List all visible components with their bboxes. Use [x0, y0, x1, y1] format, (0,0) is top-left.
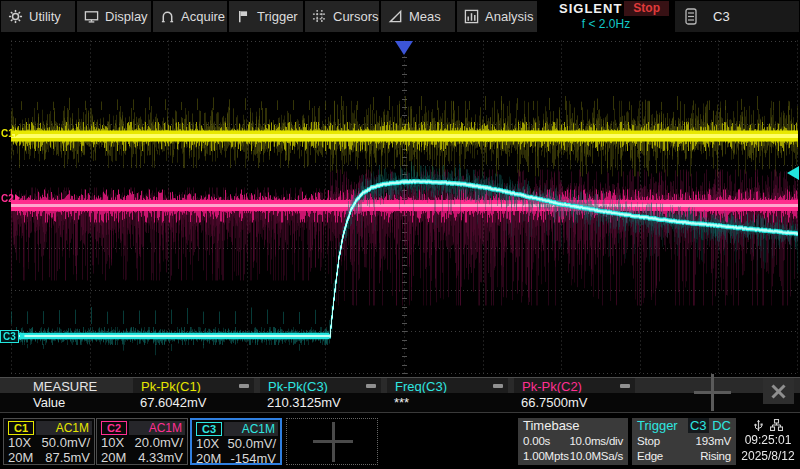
add-measure-button[interactable]	[694, 374, 731, 411]
menu-bar: Utility Display Acquire Trigger Cursors …	[0, 0, 800, 33]
menu-meas[interactable]: Meas	[381, 1, 455, 32]
chart-icon	[464, 9, 479, 24]
active-channel-label: C3	[713, 9, 730, 24]
measure-remove-3[interactable]	[493, 384, 503, 388]
gear-icon	[8, 9, 23, 24]
channel-marker-c3[interactable]: C3	[0, 330, 25, 342]
menu-display[interactable]: Display	[77, 1, 151, 32]
ruler-triangle-icon	[388, 9, 403, 24]
status-box: SIGLENT Stop f < 2.0Hz	[539, 0, 673, 33]
menu-meas-label: Meas	[409, 9, 441, 24]
close-measure-button[interactable]	[763, 378, 794, 404]
trigger-box[interactable]: TriggerC3 DC Stop193mV EdgeRising	[632, 418, 736, 465]
channel-info-c3[interactable]: C3AC1M 10X50.0mV/ 20M-154mV	[190, 418, 282, 465]
trigger-frequency: f < 2.0Hz	[539, 17, 673, 32]
measure-slot-3[interactable]: Freq(C3)	[387, 378, 508, 394]
menu-analysis-label: Analysis	[485, 9, 533, 24]
measure-remove-2[interactable]	[366, 384, 376, 388]
menu-cursors-label: Cursors	[333, 9, 379, 24]
add-channel-button[interactable]	[286, 418, 378, 465]
network-icon	[770, 419, 783, 431]
measure-value-2: 210.3125mV	[267, 395, 341, 410]
menu-trigger[interactable]: Trigger	[229, 1, 303, 32]
clock-time: 09:25:01	[737, 432, 799, 448]
cursors-icon	[312, 9, 327, 24]
measure-value-4: 66.7500mV	[521, 395, 588, 410]
trigger-level-marker[interactable]	[787, 166, 799, 180]
history-list-icon	[685, 8, 697, 25]
flag-icon	[236, 9, 251, 24]
menu-display-label: Display	[105, 9, 148, 24]
menu-analysis[interactable]: Analysis	[457, 1, 537, 32]
trigger-position-marker[interactable]	[395, 41, 413, 55]
waveform-display[interactable]	[0, 33, 800, 377]
menu-utility-label: Utility	[29, 9, 61, 24]
measure-value-3: ***	[394, 395, 409, 410]
menu-trigger-label: Trigger	[257, 9, 298, 24]
datetime-box: 09:25:01 2025/8/12	[737, 418, 799, 465]
channel-marker-c2[interactable]: C2	[1, 192, 20, 204]
clock-date: 2025/8/12	[737, 448, 799, 464]
menu-acquire-label: Acquire	[181, 9, 225, 24]
timebase-box[interactable]: Timebase 0.00s10.0ms/div 1.00Mpts10.0MSa…	[518, 418, 628, 465]
channel-info-c2[interactable]: C2AC1M 10X20.0mV/ 20M4.33mV	[96, 418, 188, 465]
magnet-icon	[160, 9, 175, 24]
measure-value-1: 67.6042mV	[140, 395, 207, 410]
menu-acquire[interactable]: Acquire	[153, 1, 227, 32]
measure-value-label: Value	[33, 395, 65, 410]
measure-remove-4[interactable]	[620, 384, 630, 388]
acquisition-status-badge[interactable]: Stop	[624, 1, 669, 16]
measure-value-row: Value 67.6042mV 210.3125mV *** 66.7500mV	[0, 393, 800, 413]
usb-icon	[754, 419, 763, 432]
measure-remove-1[interactable]	[239, 384, 249, 388]
monitor-icon	[84, 9, 99, 24]
brand-logo: SIGLENT	[559, 1, 622, 16]
measure-title: MEASURE	[33, 379, 97, 394]
measure-slot-4[interactable]: Pk-Pk(C2)	[514, 378, 635, 394]
channel-marker-c1[interactable]: C1	[1, 127, 20, 139]
channel-info-c1[interactable]: C1AC1M 10X50.0mV/ 20M87.5mV	[3, 418, 95, 465]
oscilloscope-screen: Utility Display Acquire Trigger Cursors …	[0, 0, 800, 469]
active-channel-button[interactable]: C3	[675, 1, 799, 32]
measure-slot-1[interactable]: Pk-Pk(C1)	[133, 378, 254, 394]
measure-header-row: MEASURE Pk-Pk(C1) Pk-Pk(C3) Freq(C3) Pk-…	[0, 377, 800, 393]
measure-slot-2[interactable]: Pk-Pk(C3)	[260, 378, 381, 394]
menu-utility[interactable]: Utility	[1, 1, 75, 32]
menu-cursors[interactable]: Cursors	[305, 1, 379, 32]
